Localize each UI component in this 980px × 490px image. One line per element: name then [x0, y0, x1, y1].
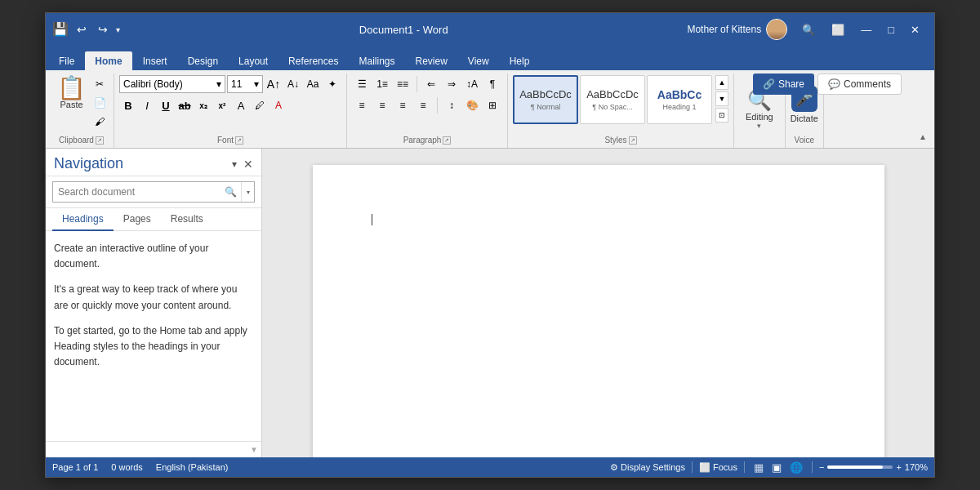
nav-close-button[interactable]: ✕ [243, 158, 253, 171]
tab-insert[interactable]: Insert [133, 51, 177, 70]
font-family-dropdown[interactable]: Calibri (Body) ▾ [119, 75, 225, 93]
sort-button[interactable]: ↕A [462, 75, 482, 93]
nav-resize-handle[interactable]: ▼ [46, 441, 261, 457]
zoom-out-button[interactable]: − [819, 462, 824, 472]
redo-button[interactable]: ↪ [95, 21, 111, 38]
superscript-button[interactable]: x² [213, 96, 231, 114]
maximize-button[interactable]: □ [880, 20, 902, 39]
user-profile[interactable]: Mother of Kittens [687, 19, 787, 40]
share-button[interactable]: 🔗 Share [753, 74, 814, 95]
document-page[interactable] [313, 165, 884, 457]
list-buttons-row: ☰ 1≡ ≡≡ ⇐ ⇒ ↕A ¶ [352, 75, 502, 93]
tab-results[interactable]: Results [161, 208, 213, 231]
align-left-button[interactable]: ≡ [352, 96, 372, 114]
subscript-button[interactable]: x₂ [194, 96, 212, 114]
restore-down-icon[interactable]: ⬜ [823, 20, 853, 39]
numbering-button[interactable]: 1≡ [372, 75, 392, 93]
search-button[interactable]: 🔍 [220, 182, 241, 202]
tab-headings[interactable]: Headings [52, 208, 114, 231]
word-count[interactable]: 0 words [111, 462, 143, 472]
decrease-font-button[interactable]: A↓ [284, 75, 302, 93]
ribbon-collapse-button[interactable]: ▲ [915, 128, 931, 145]
minimize-button[interactable]: — [853, 20, 880, 39]
show-marks-button[interactable]: ¶ [483, 75, 502, 93]
tab-mailings[interactable]: Mailings [349, 51, 404, 70]
nav-header-buttons: ▾ ✕ [232, 158, 253, 171]
document-area[interactable] [262, 149, 934, 457]
print-layout-icon[interactable]: ▦ [751, 461, 766, 474]
align-center-button[interactable]: ≡ [372, 96, 392, 114]
increase-indent-button[interactable]: ⇒ [442, 75, 461, 93]
tab-review[interactable]: Review [405, 51, 457, 70]
search-dropdown-button[interactable]: ▾ [241, 182, 254, 202]
style-heading1[interactable]: AaBbCc Heading 1 [647, 75, 712, 124]
increase-font-button[interactable]: A↑ [265, 75, 283, 93]
language[interactable]: English (Pakistan) [156, 462, 229, 472]
highlight-color-button[interactable]: 🖊 [251, 96, 269, 114]
font-expand-icon[interactable]: ↗ [235, 136, 243, 145]
shading-button[interactable]: 🎨 [462, 96, 482, 114]
status-right: ⚙ Display Settings ⬜ Focus ▦ ▣ 🌐 − [610, 461, 928, 474]
paste-button[interactable]: 📋 Paste [54, 75, 89, 111]
close-button[interactable]: ✕ [902, 20, 928, 39]
zoom-in-button[interactable]: + [896, 462, 901, 472]
tab-view[interactable]: View [458, 51, 499, 70]
italic-button[interactable]: I [138, 96, 156, 114]
dictate-label: Dictate [791, 114, 818, 123]
font-color-button[interactable]: A [232, 96, 250, 114]
focus-icon: ⬜ [699, 462, 710, 472]
status-bar: Page 1 of 1 0 words English (Pakistan) ⚙… [46, 457, 934, 477]
line-spacing-button[interactable]: ↕ [442, 96, 461, 114]
nav-dropdown-icon[interactable]: ▾ [232, 158, 237, 170]
web-layout-icon[interactable]: 🌐 [787, 461, 805, 474]
tab-file[interactable]: File [49, 51, 84, 70]
clear-formatting-button[interactable]: ✦ [323, 75, 341, 93]
strikethrough-button[interactable]: ab [176, 96, 194, 114]
justify-button[interactable]: ≡ [413, 96, 433, 114]
paste-icon: 📋 [57, 77, 86, 100]
tab-layout[interactable]: Layout [229, 51, 278, 70]
bold-button[interactable]: B [119, 96, 137, 114]
zoom-slider[interactable] [827, 466, 893, 469]
align-right-button[interactable]: ≡ [393, 96, 412, 114]
styles-scroll-up[interactable]: ▲ [715, 75, 728, 90]
focus-button[interactable]: ⬜ Focus [699, 462, 737, 473]
styles-expand-icon[interactable]: ↗ [629, 136, 637, 145]
paragraph-expand-icon[interactable]: ↗ [443, 136, 451, 145]
avatar [766, 19, 787, 40]
comments-button[interactable]: 💬 Comments [817, 74, 902, 95]
styles-scroll-down[interactable]: ▼ [715, 91, 728, 106]
search-icon[interactable]: 🔍 [794, 20, 823, 39]
zoom-level[interactable]: 170% [905, 462, 928, 472]
clipboard-expand-icon[interactable]: ↗ [96, 136, 104, 145]
tab-pages[interactable]: Pages [114, 208, 161, 231]
change-case-button[interactable]: Aa [304, 75, 322, 93]
save-icon[interactable]: 💾 [52, 21, 69, 38]
undo-button[interactable]: ↩ [74, 21, 90, 38]
text-effects-button[interactable]: A [270, 96, 287, 114]
tab-design[interactable]: Design [178, 51, 228, 70]
format-painter-button[interactable]: 🖌 [91, 113, 109, 131]
search-input[interactable] [53, 186, 220, 198]
decrease-indent-button[interactable]: ⇐ [421, 75, 441, 93]
tab-help[interactable]: Help [500, 51, 540, 70]
bullets-button[interactable]: ☰ [352, 75, 372, 93]
read-mode-icon[interactable]: ▣ [769, 461, 784, 474]
copy-button[interactable]: 📄 [91, 94, 109, 112]
share-icon: 🔗 [763, 78, 775, 90]
underline-button[interactable]: U [157, 96, 175, 114]
nav-title: Navigation [54, 155, 123, 172]
page-info[interactable]: Page 1 of 1 [52, 462, 98, 472]
style-no-spacing[interactable]: AaBbCcDc ¶ No Spac... [580, 75, 645, 124]
style-normal[interactable]: AaBbCcDc ¶ Normal [513, 75, 578, 124]
styles-expand[interactable]: ⊡ [715, 108, 728, 122]
cut-button[interactable]: ✂ [91, 75, 109, 93]
multilevel-list-button[interactable]: ≡≡ [393, 75, 412, 93]
display-settings-button[interactable]: ⚙ Display Settings [610, 462, 685, 473]
tab-home[interactable]: Home [85, 51, 131, 70]
borders-button[interactable]: ⊞ [483, 96, 502, 114]
tab-references[interactable]: References [278, 51, 348, 70]
font-size-dropdown[interactable]: 11 ▾ [227, 75, 263, 93]
text-cursor [372, 214, 372, 225]
username: Mother of Kittens [687, 24, 761, 35]
